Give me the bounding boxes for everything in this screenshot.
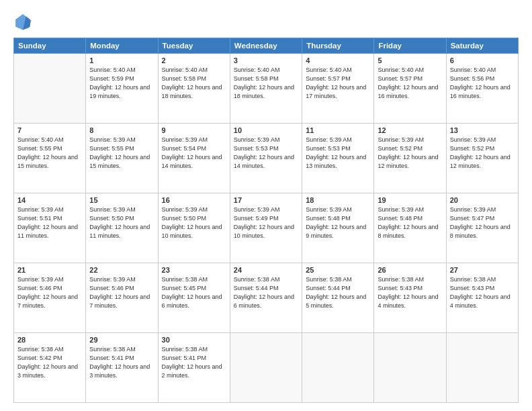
day-info: Sunrise: 5:39 AMSunset: 5:46 PMDaylight:… — [17, 275, 82, 310]
calendar-cell: 2Sunrise: 5:40 AMSunset: 5:58 PMDaylight… — [158, 54, 230, 124]
col-header-monday: Monday — [86, 38, 158, 54]
day-number: 30 — [162, 336, 226, 344]
calendar-cell: 25Sunrise: 5:38 AMSunset: 5:44 PMDayligh… — [302, 263, 374, 333]
day-number: 3 — [234, 56, 298, 64]
calendar-cell: 5Sunrise: 5:40 AMSunset: 5:57 PMDaylight… — [374, 54, 446, 124]
day-number: 19 — [378, 196, 442, 204]
calendar-cell: 8Sunrise: 5:39 AMSunset: 5:55 PMDaylight… — [86, 124, 158, 193]
day-info: Sunrise: 5:40 AMSunset: 5:58 PMDaylight:… — [162, 66, 226, 101]
day-info: Sunrise: 5:39 AMSunset: 5:50 PMDaylight:… — [89, 205, 154, 240]
day-info: Sunrise: 5:40 AMSunset: 5:59 PMDaylight:… — [89, 66, 154, 101]
day-number: 12 — [378, 126, 442, 134]
day-info: Sunrise: 5:40 AMSunset: 5:58 PMDaylight:… — [234, 66, 298, 101]
day-number: 27 — [450, 266, 515, 274]
calendar-cell: 13Sunrise: 5:39 AMSunset: 5:52 PMDayligh… — [446, 124, 518, 193]
calendar-week-0: 1Sunrise: 5:40 AMSunset: 5:59 PMDaylight… — [14, 54, 519, 124]
calendar-cell — [374, 333, 446, 403]
day-number: 28 — [17, 336, 82, 344]
calendar-cell: 24Sunrise: 5:38 AMSunset: 5:44 PMDayligh… — [230, 263, 302, 333]
calendar-cell: 30Sunrise: 5:38 AMSunset: 5:41 PMDayligh… — [158, 333, 230, 403]
calendar-cell: 11Sunrise: 5:39 AMSunset: 5:53 PMDayligh… — [302, 124, 374, 193]
day-info: Sunrise: 5:38 AMSunset: 5:41 PMDaylight:… — [89, 345, 154, 380]
day-info: Sunrise: 5:38 AMSunset: 5:43 PMDaylight:… — [450, 275, 515, 310]
day-info: Sunrise: 5:39 AMSunset: 5:51 PMDaylight:… — [17, 205, 82, 240]
day-number: 26 — [378, 266, 442, 274]
day-number: 11 — [306, 126, 370, 134]
day-number: 21 — [17, 266, 82, 274]
day-number: 5 — [378, 56, 442, 64]
day-number: 22 — [89, 266, 154, 274]
calendar-cell — [14, 54, 86, 124]
calendar-cell: 23Sunrise: 5:38 AMSunset: 5:45 PMDayligh… — [158, 263, 230, 333]
calendar-week-4: 28Sunrise: 5:38 AMSunset: 5:42 PMDayligh… — [14, 333, 519, 403]
day-number: 10 — [234, 126, 298, 134]
day-info: Sunrise: 5:39 AMSunset: 5:53 PMDaylight:… — [234, 136, 298, 171]
day-info: Sunrise: 5:40 AMSunset: 5:55 PMDaylight:… — [17, 136, 82, 171]
calendar-cell — [446, 333, 518, 403]
day-info: Sunrise: 5:39 AMSunset: 5:47 PMDaylight:… — [450, 205, 515, 240]
day-number: 7 — [17, 126, 82, 134]
day-info: Sunrise: 5:39 AMSunset: 5:52 PMDaylight:… — [450, 136, 515, 171]
calendar-table: SundayMondayTuesdayWednesdayThursdayFrid… — [13, 38, 519, 403]
day-number: 2 — [162, 56, 226, 64]
calendar-cell: 20Sunrise: 5:39 AMSunset: 5:47 PMDayligh… — [446, 193, 518, 263]
calendar-cell: 4Sunrise: 5:40 AMSunset: 5:57 PMDaylight… — [302, 54, 374, 124]
col-header-thursday: Thursday — [302, 38, 374, 54]
col-header-sunday: Sunday — [14, 38, 86, 54]
calendar-cell: 15Sunrise: 5:39 AMSunset: 5:50 PMDayligh… — [86, 193, 158, 263]
day-info: Sunrise: 5:39 AMSunset: 5:54 PMDaylight:… — [162, 136, 226, 171]
day-number: 20 — [450, 196, 515, 204]
day-number: 24 — [234, 266, 298, 274]
calendar-cell: 26Sunrise: 5:38 AMSunset: 5:43 PMDayligh… — [374, 263, 446, 333]
col-header-friday: Friday — [374, 38, 446, 54]
calendar-cell — [302, 333, 374, 403]
day-info: Sunrise: 5:38 AMSunset: 5:44 PMDaylight:… — [234, 275, 298, 310]
day-info: Sunrise: 5:39 AMSunset: 5:49 PMDaylight:… — [234, 205, 298, 240]
calendar-cell: 1Sunrise: 5:40 AMSunset: 5:59 PMDaylight… — [86, 54, 158, 124]
page: SundayMondayTuesdayWednesdayThursdayFrid… — [0, 0, 532, 411]
day-info: Sunrise: 5:39 AMSunset: 5:53 PMDaylight:… — [306, 136, 370, 171]
day-info: Sunrise: 5:39 AMSunset: 5:46 PMDaylight:… — [89, 275, 154, 310]
calendar-cell: 3Sunrise: 5:40 AMSunset: 5:58 PMDaylight… — [230, 54, 302, 124]
calendar-cell: 22Sunrise: 5:39 AMSunset: 5:46 PMDayligh… — [86, 263, 158, 333]
calendar-header-row: SundayMondayTuesdayWednesdayThursdayFrid… — [14, 38, 519, 54]
header — [13, 12, 519, 31]
day-number: 8 — [89, 126, 154, 134]
day-info: Sunrise: 5:39 AMSunset: 5:52 PMDaylight:… — [378, 136, 442, 171]
day-number: 25 — [306, 266, 370, 274]
day-info: Sunrise: 5:39 AMSunset: 5:55 PMDaylight:… — [89, 136, 154, 171]
col-header-wednesday: Wednesday — [230, 38, 302, 54]
calendar-cell: 12Sunrise: 5:39 AMSunset: 5:52 PMDayligh… — [374, 124, 446, 193]
calendar-week-3: 21Sunrise: 5:39 AMSunset: 5:46 PMDayligh… — [14, 263, 519, 333]
day-number: 17 — [234, 196, 298, 204]
day-number: 9 — [162, 126, 226, 134]
day-info: Sunrise: 5:40 AMSunset: 5:56 PMDaylight:… — [450, 66, 515, 101]
calendar-cell: 28Sunrise: 5:38 AMSunset: 5:42 PMDayligh… — [14, 333, 86, 403]
day-number: 15 — [89, 196, 154, 204]
calendar-cell — [230, 333, 302, 403]
calendar-cell: 18Sunrise: 5:39 AMSunset: 5:48 PMDayligh… — [302, 193, 374, 263]
day-info: Sunrise: 5:38 AMSunset: 5:43 PMDaylight:… — [378, 275, 442, 310]
col-header-tuesday: Tuesday — [158, 38, 230, 54]
day-info: Sunrise: 5:40 AMSunset: 5:57 PMDaylight:… — [306, 66, 370, 101]
day-number: 18 — [306, 196, 370, 204]
calendar-cell: 29Sunrise: 5:38 AMSunset: 5:41 PMDayligh… — [86, 333, 158, 403]
day-info: Sunrise: 5:40 AMSunset: 5:57 PMDaylight:… — [378, 66, 442, 101]
day-number: 13 — [450, 126, 515, 134]
calendar-cell: 27Sunrise: 5:38 AMSunset: 5:43 PMDayligh… — [446, 263, 518, 333]
day-number: 6 — [450, 56, 515, 64]
day-info: Sunrise: 5:38 AMSunset: 5:44 PMDaylight:… — [306, 275, 370, 310]
logo-icon — [13, 12, 32, 31]
day-info: Sunrise: 5:38 AMSunset: 5:41 PMDaylight:… — [162, 345, 226, 380]
day-info: Sunrise: 5:38 AMSunset: 5:45 PMDaylight:… — [162, 275, 226, 310]
calendar-cell: 7Sunrise: 5:40 AMSunset: 5:55 PMDaylight… — [14, 124, 86, 193]
day-info: Sunrise: 5:39 AMSunset: 5:48 PMDaylight:… — [306, 205, 370, 240]
calendar-cell: 14Sunrise: 5:39 AMSunset: 5:51 PMDayligh… — [14, 193, 86, 263]
day-info: Sunrise: 5:39 AMSunset: 5:48 PMDaylight:… — [378, 205, 442, 240]
day-number: 16 — [162, 196, 226, 204]
calendar-week-2: 14Sunrise: 5:39 AMSunset: 5:51 PMDayligh… — [14, 193, 519, 263]
calendar-cell: 21Sunrise: 5:39 AMSunset: 5:46 PMDayligh… — [14, 263, 86, 333]
calendar-cell: 17Sunrise: 5:39 AMSunset: 5:49 PMDayligh… — [230, 193, 302, 263]
day-number: 23 — [162, 266, 226, 274]
calendar-cell: 16Sunrise: 5:39 AMSunset: 5:50 PMDayligh… — [158, 193, 230, 263]
